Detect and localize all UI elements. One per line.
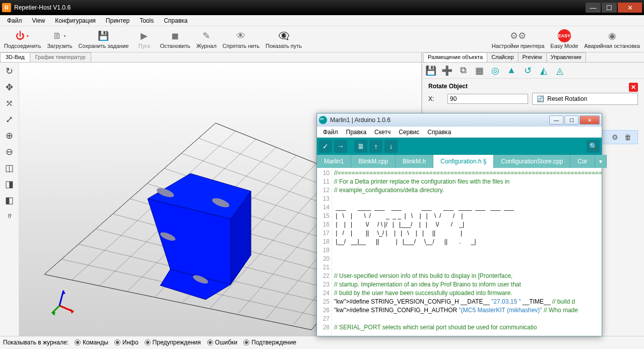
arduino-maximize-button[interactable]: ☐ <box>564 115 578 125</box>
zoom-in-icon[interactable]: ⊕ <box>2 128 18 143</box>
autoposition-icon[interactable]: ▦ <box>473 64 486 77</box>
emergency-stop-button[interactable]: ◉ Аварийная остановка <box>581 28 643 50</box>
filter-info[interactable]: Инфо <box>114 339 139 346</box>
tab-object-placement[interactable]: Размещение объекта <box>423 52 487 62</box>
svg-marker-36 <box>61 290 66 295</box>
arduino-titlebar: Marlin1 | Arduino 1.0.6 — ☐ ✕ <box>317 113 602 127</box>
tab-overflow[interactable]: Cor <box>570 155 595 168</box>
new-sketch-button[interactable]: 🗎 <box>354 140 367 153</box>
arduino-minimize-button[interactable]: — <box>549 115 563 125</box>
view-front-icon[interactable]: ◨ <box>2 177 18 192</box>
view-top-icon[interactable]: ◫ <box>2 160 18 176</box>
save-sketch-button[interactable]: ↓ <box>384 140 398 153</box>
arduino-menu-edit[interactable]: Правка <box>342 128 371 137</box>
show-travel-button[interactable]: 👁‍🗨 Показать путь <box>263 28 305 50</box>
filter-ack[interactable]: Подтверждение <box>243 339 296 346</box>
move-icon[interactable]: ✥ <box>2 80 18 95</box>
tab-slicer[interactable]: Слайсер <box>487 52 518 62</box>
view-parallel-icon[interactable]: 〃 <box>2 209 18 224</box>
load-button[interactable]: 🗎▼ Загрузить <box>44 28 75 50</box>
pencil-icon: ✎ <box>200 29 213 42</box>
center-object-icon[interactable]: ◎ <box>489 64 502 77</box>
minimize-button[interactable]: — <box>586 3 601 13</box>
arduino-menu-file[interactable]: Файл <box>319 128 342 137</box>
serial-monitor-button[interactable]: 🔍 <box>587 140 600 153</box>
filter-errors[interactable]: Ошибки <box>207 339 238 346</box>
side-toolbar: ↻ ✥ ⤱ ⤢ ⊕ ⊖ ◫ ◨ ◧ 〃 <box>0 63 19 336</box>
filter-commands[interactable]: Команды <box>75 339 108 346</box>
menu-help[interactable]: Справка <box>159 16 192 25</box>
maximize-button[interactable]: ☐ <box>602 3 617 13</box>
zoom-icon[interactable]: ⤢ <box>2 112 18 127</box>
stop-icon: ◼ <box>168 29 181 42</box>
reset-view-icon[interactable]: ↻ <box>2 64 18 79</box>
arduino-menu-tools[interactable]: Сервис <box>395 128 423 137</box>
tab-3d-view[interactable]: 3D-Вид <box>0 52 30 62</box>
run-button[interactable]: ▶ Пуск <box>132 28 157 50</box>
arduino-menu-sketch[interactable]: Скетч <box>370 128 395 137</box>
main-toolbar: ⏻▼ Подсоединить 🗎▼ Загрузить 💾 Сохранить… <box>0 26 644 52</box>
arduino-menu-help[interactable]: Справка <box>423 128 455 137</box>
code-editor[interactable]: 10 11 12 13 14 15 16 17 18 19 20 21 22 2… <box>317 168 602 336</box>
menu-view[interactable]: View <box>27 16 50 25</box>
file-icon: 🗎▼ <box>53 29 66 42</box>
right-tabs: Размещение объекта Слайсер Preview Управ… <box>422 52 644 63</box>
tab-menu-button[interactable]: ▾ <box>595 155 607 168</box>
connect-button[interactable]: ⏻▼ Подсоединить <box>1 28 44 50</box>
stop-button[interactable]: ◼ Остановить <box>157 28 193 50</box>
window-title: Repetier-Host V1.0.6 <box>14 4 585 11</box>
arduino-close-button[interactable]: ✕ <box>579 115 600 125</box>
close-button[interactable]: ✕ <box>618 3 642 13</box>
object-toolbar: 💾 ➕ ⧉ ▦ ◎ ▲ ↺ ◭ ◬ <box>422 63 644 79</box>
arduino-window: Marlin1 | Arduino 1.0.6 — ☐ ✕ Файл Правк… <box>316 113 602 336</box>
printer-settings-button[interactable]: ⚙⚙ Настройки принтера <box>489 28 548 50</box>
menu-file[interactable]: Файл <box>2 16 27 25</box>
tab-blinkm-h[interactable]: BlinkM.h <box>396 155 433 168</box>
move-object-icon[interactable]: ⤱ <box>2 96 18 111</box>
tab-marlin1[interactable]: Marlin1 <box>317 155 351 168</box>
arduino-tabs: Marlin1 BlinkM.cpp BlinkM.h Configuratio… <box>317 155 602 168</box>
copy-object-icon[interactable]: ⧉ <box>457 64 470 77</box>
save-icon[interactable]: 💾 <box>424 64 437 77</box>
add-object-icon[interactable]: ➕ <box>440 64 454 77</box>
tab-temp-chart[interactable]: График температур <box>30 52 91 62</box>
open-sketch-button[interactable]: ↑ <box>369 140 382 153</box>
tab-blinkm-cpp[interactable]: BlinkM.cpp <box>351 155 396 168</box>
cut-icon[interactable]: ◬ <box>553 64 566 77</box>
reset-rotation-button[interactable]: 🔄 Reset Rotation <box>532 93 638 105</box>
gear-icon[interactable]: ⚙ <box>612 133 618 141</box>
mirror-icon[interactable]: ◭ <box>537 64 550 77</box>
arduino-icon <box>319 116 327 124</box>
easy-icon: EASY <box>558 29 571 42</box>
menu-tools[interactable]: Tools <box>135 16 159 25</box>
close-section-icon[interactable]: ✕ <box>629 83 638 92</box>
filter-warnings[interactable]: Предупреждения <box>145 339 201 346</box>
scale-icon[interactable]: ▲ <box>505 64 518 77</box>
menubar: Файл View Конфигурация Принтер Tools Спр… <box>0 15 644 26</box>
zoom-fit-icon[interactable]: ⊖ <box>2 144 18 159</box>
verify-button[interactable]: ✓ <box>319 140 332 153</box>
easy-mode-button[interactable]: EASY Easy Mode <box>547 28 581 50</box>
rotate-x-input[interactable] <box>447 94 528 104</box>
tab-preview[interactable]: Preview <box>518 52 547 62</box>
code-area[interactable]: //======================================… <box>332 168 602 336</box>
log-button[interactable]: ✎ Журнал <box>193 28 219 50</box>
left-tabs: 3D-Вид График температур <box>0 52 421 63</box>
upload-button[interactable]: → <box>334 140 347 153</box>
arduino-menubar: Файл Правка Скетч Сервис Справка <box>317 127 602 138</box>
eye-off-icon: 👁‍🗨 <box>277 29 290 42</box>
hide-filament-button[interactable]: 👁 Спрятать нить <box>220 28 263 50</box>
tab-configurationstore-cpp[interactable]: ConfigurationStore.cpp <box>494 155 570 168</box>
estop-icon: ◉ <box>606 29 619 42</box>
trash-icon[interactable]: 🗑 <box>624 133 631 141</box>
axis-triad-icon <box>49 285 80 316</box>
tab-manual-control[interactable]: Управление <box>546 52 586 62</box>
view-iso-icon[interactable]: ◧ <box>2 193 18 208</box>
titlebar: R Repetier-Host V1.0.6 — ☐ ✕ <box>0 0 644 15</box>
save-job-button[interactable]: 💾 Сохранить задание <box>76 28 132 50</box>
rotate-icon[interactable]: ↺ <box>521 64 534 77</box>
tab-configuration-h[interactable]: Configuration.h § <box>433 155 494 168</box>
menu-config[interactable]: Конфигурация <box>50 16 101 25</box>
menu-printer[interactable]: Принтер <box>101 16 135 25</box>
status-bar: Показывать в журнале: Команды Инфо Преду… <box>0 336 644 348</box>
